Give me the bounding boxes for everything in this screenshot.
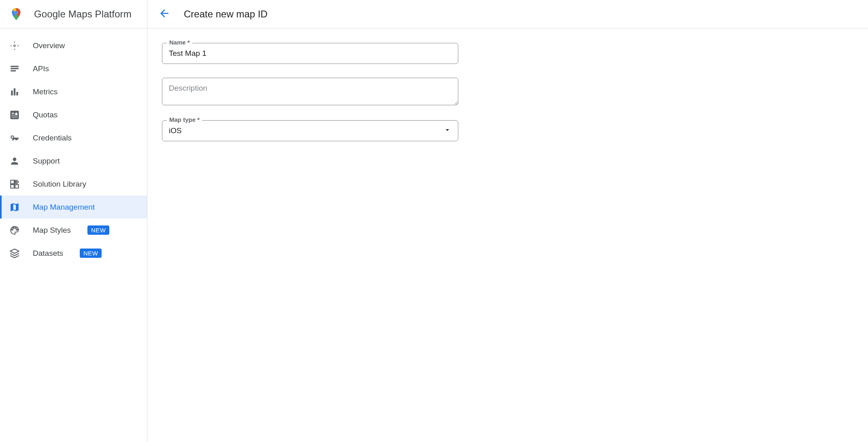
sidebar-item-quotas[interactable]: Quotas: [0, 103, 147, 126]
overview-icon: [9, 40, 20, 51]
solution-library-icon: [9, 178, 20, 190]
datasets-icon: [9, 248, 20, 259]
main-header: Create new map ID: [147, 0, 868, 28]
sidebar-item-metrics[interactable]: Metrics: [0, 80, 147, 103]
sidebar-item-label: Support: [33, 157, 60, 166]
sidebar-item-apis[interactable]: APIs: [0, 57, 147, 80]
svg-point-1: [15, 11, 18, 14]
sidebar-item-map-styles[interactable]: Map Styles NEW: [0, 219, 147, 242]
map-styles-icon: [9, 225, 20, 236]
support-icon: [9, 155, 20, 167]
name-label: Name *: [167, 39, 192, 46]
apis-icon: [9, 63, 20, 74]
sidebar-item-credentials[interactable]: Credentials: [0, 126, 147, 149]
description-field-wrapper: [162, 78, 458, 106]
google-maps-pin-icon: [9, 7, 23, 21]
main-content: Create new map ID Name * Map type * iOS: [147, 0, 868, 442]
arrow-left-icon: [158, 7, 170, 21]
sidebar-item-label: Map Management: [33, 203, 95, 212]
sidebar-item-label: Overview: [33, 41, 65, 50]
map-type-label: Map type *: [167, 116, 202, 123]
sidebar-header: Google Maps Platform: [0, 0, 147, 28]
map-type-value: iOS: [169, 126, 182, 135]
chevron-down-icon: [443, 126, 451, 136]
credentials-icon: [9, 132, 20, 144]
sidebar-item-label: Credentials: [33, 134, 72, 142]
sidebar-item-label: APIs: [33, 64, 49, 73]
map-type-select[interactable]: iOS: [162, 120, 458, 141]
sidebar-item-label: Map Styles: [33, 226, 71, 235]
sidebar-item-label: Solution Library: [33, 180, 86, 189]
description-input[interactable]: [162, 78, 458, 105]
sidebar-item-datasets[interactable]: Datasets NEW: [0, 242, 147, 265]
product-title: Google Maps Platform: [34, 8, 132, 20]
sidebar-item-overview[interactable]: Overview: [0, 34, 147, 57]
sidebar-item-solution-library[interactable]: Solution Library: [0, 172, 147, 196]
page-title: Create new map ID: [184, 8, 268, 20]
sidebar-item-support[interactable]: Support: [0, 149, 147, 172]
sidebar: Google Maps Platform Overview APIs Metri…: [0, 0, 147, 442]
form-area: Name * Map type * iOS: [147, 28, 868, 170]
quotas-icon: [9, 109, 20, 121]
name-input[interactable]: [162, 43, 458, 64]
back-button[interactable]: [156, 6, 172, 22]
sidebar-item-map-management[interactable]: Map Management: [0, 196, 147, 219]
sidebar-item-label: Metrics: [33, 87, 57, 96]
name-field-wrapper: Name *: [162, 43, 458, 64]
new-badge: NEW: [80, 249, 102, 258]
metrics-icon: [9, 86, 20, 98]
sidebar-nav: Overview APIs Metrics Quotas: [0, 28, 147, 265]
sidebar-item-label: Datasets: [33, 249, 63, 258]
map-type-field-wrapper: Map type * iOS: [162, 120, 458, 141]
map-management-icon: [9, 202, 20, 213]
new-badge: NEW: [87, 225, 110, 235]
sidebar-item-label: Quotas: [33, 110, 57, 119]
